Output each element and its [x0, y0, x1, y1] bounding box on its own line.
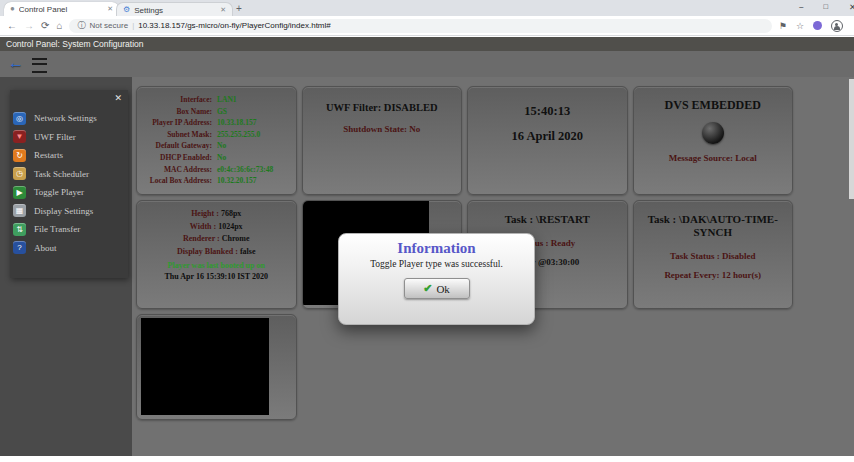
current-date: 16 April 2020: [468, 129, 627, 144]
field-value: No: [217, 141, 293, 152]
tab-close-icon[interactable]: ✕: [107, 5, 113, 13]
dialog-title: Information: [339, 240, 534, 257]
back-arrow-icon[interactable]: ←: [8, 54, 24, 72]
bookmark-star-icon[interactable]: ☆: [796, 21, 804, 31]
shutdown-state: Shutdown State: No: [303, 124, 462, 134]
sidebar-item-label: File Transfer: [34, 224, 80, 234]
task-status: Task Status : Disabled: [634, 251, 793, 261]
home-icon[interactable]: ⌂: [56, 21, 62, 31]
field-value: false: [240, 247, 256, 256]
sidebar-item-uwf-filter[interactable]: ▼ UWF Filter: [10, 128, 128, 147]
sidebar-item-label: UWF Filter: [34, 132, 76, 142]
tab-favicon-icon: ●: [10, 5, 15, 13]
gear-favicon-icon: ⚙: [123, 6, 130, 14]
boot-time: Thu Apr 16 15:39:10 IST 2020: [137, 271, 296, 282]
network-info-panel: Interface:LAN1 Box Name:GS Player IP Add…: [136, 86, 297, 195]
display-row: Renderer : Chrome: [137, 233, 296, 246]
tab-settings[interactable]: ⚙ Settings ✕: [116, 2, 233, 17]
display-row: Display Blanked : false: [137, 246, 296, 259]
field-value: e0:4c:36:6c:73:48: [217, 165, 293, 176]
info-icon[interactable]: ⓘ: [77, 20, 85, 31]
sidebar-item-task-scheduler[interactable]: ◷ Task Scheduler: [10, 165, 128, 184]
extension-icon[interactable]: [813, 21, 822, 30]
page-toolbar: ←: [0, 51, 854, 77]
display-info-panel: Height : 768px Width : 1024px Renderer :…: [136, 200, 297, 309]
close-icon[interactable]: ✕: [114, 93, 122, 103]
sidebar-item-file-transfer[interactable]: ⇅ File Transfer: [10, 220, 128, 239]
tab-title: Control Panel: [19, 5, 103, 14]
sidebar-item-network-settings[interactable]: ◎ Network Settings: [10, 109, 128, 128]
forward-icon: →: [24, 21, 34, 31]
profile-avatar-icon[interactable]: [831, 20, 843, 32]
ok-button[interactable]: ✔ Ok: [404, 278, 470, 299]
sidebar-item-label: Display Settings: [34, 206, 93, 216]
new-tab-button[interactable]: +: [236, 3, 242, 14]
uwf-filter-panel: UWF Filter: DISABLED Shutdown State: No: [302, 86, 463, 195]
field-label: DHCP Enabled:: [138, 153, 212, 164]
field-label: Default Gateway:: [138, 141, 212, 152]
field-label: Renderer :: [183, 234, 220, 243]
network-icon: ◎: [13, 112, 26, 125]
security-label: Not secure: [89, 21, 128, 30]
sidebar-item-label: About: [34, 243, 57, 253]
page-title-bar: Control Panel: System Configuration: [0, 37, 854, 51]
boot-note: Player was last booted up on: [137, 261, 296, 271]
sidebar: ✕ ◎ Network Settings ▼ UWF Filter ↻ Rest…: [0, 77, 132, 456]
current-time: 15:40:13: [468, 104, 627, 119]
field-value: 768px: [221, 209, 241, 218]
window-close-button[interactable]: ✕: [849, 2, 854, 12]
restart-icon: ↻: [13, 149, 26, 162]
send-icon[interactable]: ⚑: [779, 21, 787, 31]
clock-panel: 15:40:13 16 April 2020: [467, 86, 628, 195]
sidebar-item-restarts[interactable]: ↻ Restarts: [10, 146, 128, 165]
field-label: Subnet Mask:: [138, 130, 212, 141]
browser-toolbar: ← → ⟳ ⌂ ⓘ Not secure | 10.33.18.157/gs-m…: [0, 16, 854, 36]
sidebar-item-about[interactable]: ? About: [10, 239, 128, 258]
status-led-icon: [702, 122, 724, 144]
sidebar-item-display-settings[interactable]: ▦ Display Settings: [10, 202, 128, 221]
scrollbar[interactable]: [849, 79, 854, 199]
field-value: LAN1: [217, 95, 293, 106]
menu-hamburger-icon[interactable]: [32, 58, 47, 73]
field-value: 10.33.18.157: [217, 118, 293, 129]
field-label: Width :: [190, 222, 216, 231]
uwf-filter-state: UWF Filter: DISABLED: [303, 102, 462, 113]
filter-icon: ▼: [13, 130, 26, 143]
sidebar-menu-items: ◎ Network Settings ▼ UWF Filter ↻ Restar…: [10, 109, 128, 257]
window-minimize-button[interactable]: −: [799, 2, 804, 12]
page-title: Control Panel: System Configuration: [6, 39, 144, 49]
task-timesync-panel: Task : \DAK\AUTO-TIME-SYNCH Task Status …: [633, 200, 794, 309]
empty-cell: [467, 314, 628, 420]
address-bar[interactable]: ⓘ Not secure | 10.33.18.157/gs-micro/on-…: [69, 19, 771, 33]
field-value: GS: [217, 107, 293, 118]
check-icon: ✔: [423, 282, 432, 295]
network-info-list: Interface:LAN1 Box Name:GS Player IP Add…: [137, 87, 296, 187]
field-value: 1024px: [218, 222, 242, 231]
empty-cell: [633, 314, 794, 420]
about-icon: ?: [13, 241, 26, 254]
ok-button-label: Ok: [436, 283, 449, 295]
screenshot-panel: [136, 314, 297, 420]
reload-icon[interactable]: ⟳: [41, 21, 49, 31]
field-value: No: [217, 153, 293, 164]
url-text[interactable]: 10.33.18.157/gs-micro/on-fly/PlayerConfi…: [138, 21, 331, 30]
sidebar-item-label: Restarts: [34, 150, 63, 160]
task-title: Task : \DAK\AUTO-TIME-SYNCH: [634, 213, 793, 239]
sidebar-menu: ✕ ◎ Network Settings ▼ UWF Filter ↻ Rest…: [10, 90, 128, 278]
tab-close-icon[interactable]: ✕: [220, 6, 226, 14]
back-icon[interactable]: ←: [7, 21, 17, 31]
field-label: MAC Address:: [138, 165, 212, 176]
field-value: 255.255.255.0: [217, 130, 293, 141]
dvs-embedded-panel: DVS EMBEDDED Message Source: Local: [633, 86, 794, 195]
window-maximize-button[interactable]: □: [823, 2, 828, 11]
empty-cell: [302, 314, 463, 420]
file-transfer-icon: ⇅: [13, 223, 26, 236]
tab-control-panel[interactable]: ● Control Panel ✕: [4, 2, 119, 16]
divider: |: [132, 21, 134, 30]
screenshot-black-frame: [141, 318, 269, 415]
information-dialog: Information Toggle Player type was succe…: [338, 233, 535, 325]
field-label: Local Box Address:: [138, 176, 212, 187]
tab-title: Settings: [134, 6, 216, 15]
sidebar-item-label: Task Scheduler: [34, 169, 89, 179]
sidebar-item-toggle-player[interactable]: ▶ Toggle Player: [10, 183, 128, 202]
